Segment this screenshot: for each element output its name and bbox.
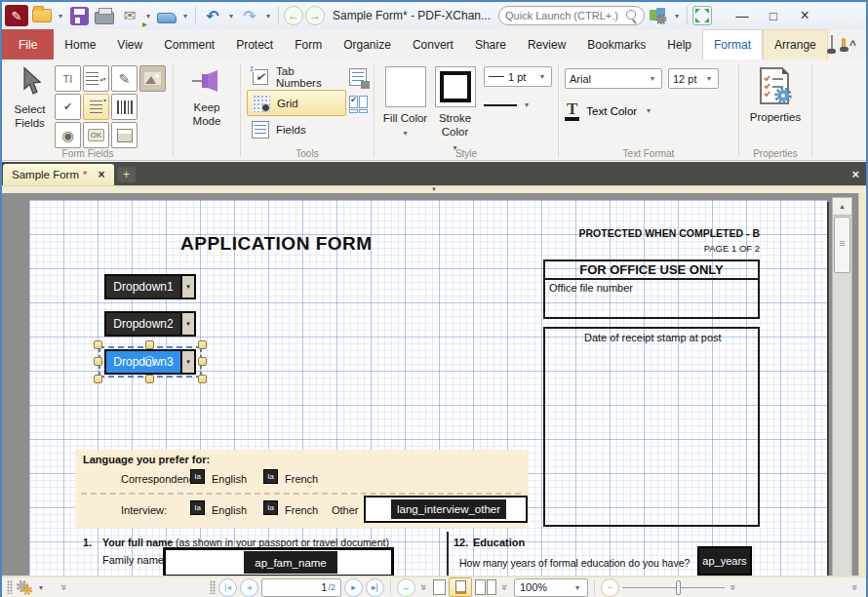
calculation-order-button[interactable] xyxy=(348,67,368,87)
tab-bookmarks[interactable]: Bookmarks xyxy=(576,29,656,60)
tab-file[interactable]: File xyxy=(2,29,54,60)
open-caret[interactable]: ▾ xyxy=(56,12,65,20)
zoom-chevrons[interactable]: » xyxy=(728,581,739,593)
save-button[interactable] xyxy=(67,4,91,27)
document-tab-sample-form[interactable]: Sample Form * × xyxy=(3,164,114,185)
previous-view-button[interactable]: ← xyxy=(397,578,415,597)
line-width-combo[interactable]: 1 pt ▾ xyxy=(484,66,552,87)
tab-organize[interactable]: Organize xyxy=(333,29,402,60)
minimize-button[interactable]: — xyxy=(728,5,757,26)
dropdown2-field[interactable]: Dropdown2 ▾ xyxy=(104,311,196,337)
zoom-out-button[interactable]: − xyxy=(601,578,619,597)
barcode-field-tool[interactable] xyxy=(111,94,138,120)
dropdown-field-tool-active[interactable]: ▾ xyxy=(83,94,109,120)
find-in-document-button[interactable] xyxy=(830,34,837,54)
date-field-tool[interactable] xyxy=(111,122,138,148)
tab-arrange[interactable]: Arrange xyxy=(763,29,828,60)
collapsed-pane-strip[interactable] xyxy=(858,193,866,577)
resize-handle-n[interactable] xyxy=(145,340,154,349)
keep-mode-button[interactable]: Keep Mode xyxy=(179,63,234,129)
scrollbar-thumb[interactable] xyxy=(834,217,850,273)
stroke-color-button[interactable]: Stroke Color▾ xyxy=(430,63,480,153)
new-tab-button[interactable]: + xyxy=(118,167,136,182)
tab-close-icon[interactable]: × xyxy=(99,168,105,181)
list-box-tool[interactable]: ▴▾ xyxy=(83,65,109,92)
tab-protect[interactable]: Protect xyxy=(225,29,284,60)
back-view-button[interactable]: ← xyxy=(284,6,303,25)
resize-handle-w[interactable] xyxy=(94,357,102,366)
dropdown1-field[interactable]: Dropdown1 ▾ xyxy=(104,274,196,299)
select-fields-button[interactable]: Select Fields xyxy=(9,63,51,131)
correspondence-english-checkbox[interactable]: Ia xyxy=(190,469,205,484)
expand-panel-chevrons[interactable]: » xyxy=(59,581,70,593)
maximize-button[interactable]: □ xyxy=(759,5,788,26)
undo-button[interactable]: ↶ xyxy=(201,4,224,27)
dropdown3-selection[interactable]: Dropdown3 ▾ xyxy=(96,342,205,381)
close-document-button[interactable]: × xyxy=(851,167,859,181)
last-page-button[interactable]: ▸| xyxy=(366,578,384,597)
layout-chevrons[interactable]: » xyxy=(499,581,511,593)
tab-view[interactable]: View xyxy=(106,29,153,60)
fill-color-button[interactable]: Fill Color▾ xyxy=(380,63,430,139)
resize-handle-sw[interactable] xyxy=(94,375,102,383)
view-history-chevrons[interactable]: » xyxy=(418,581,430,593)
undo-caret[interactable]: ▾ xyxy=(226,12,236,20)
tab-format[interactable]: Format xyxy=(702,29,763,60)
interview-french-checkbox[interactable]: Ia xyxy=(263,500,278,515)
text-field-tool[interactable]: TI xyxy=(55,65,81,92)
select-all-fields-button[interactable]: ✔ xyxy=(348,95,368,114)
page-number-input[interactable] xyxy=(297,581,327,593)
two-page-layout-button[interactable] xyxy=(475,579,496,595)
fit-page-layout-button-active[interactable] xyxy=(449,577,472,597)
next-page-button[interactable]: ▸ xyxy=(344,578,363,597)
zoom-slider[interactable] xyxy=(622,578,725,597)
tab-numbers-button[interactable]: ✔1 Tab Numbers xyxy=(247,63,346,90)
collapse-ribbon-button[interactable]: ^ xyxy=(849,38,856,52)
scroll-up-button[interactable]: ▲ xyxy=(833,198,851,216)
tab-review[interactable]: Review xyxy=(517,29,576,60)
pane-splitter[interactable]: ▼ xyxy=(2,185,866,193)
statusbar-more-chevrons[interactable]: » xyxy=(849,581,861,593)
print-button[interactable] xyxy=(93,4,116,27)
resize-handle-ne[interactable] xyxy=(198,340,207,349)
tab-help[interactable]: Help xyxy=(656,29,702,60)
image-field-tool[interactable] xyxy=(139,65,166,92)
quick-launch-box[interactable] xyxy=(498,6,645,25)
redo-button[interactable]: ↷ xyxy=(238,4,261,27)
family-name-field[interactable]: ap_fam_name xyxy=(163,547,394,577)
correspondence-french-checkbox[interactable]: Ia xyxy=(263,469,278,484)
page-number-box[interactable]: /2 xyxy=(261,578,341,597)
push-button-tool[interactable]: OK xyxy=(83,122,109,148)
line-style-dropdown[interactable]: ▾ xyxy=(484,100,552,109)
zoom-slider-thumb[interactable] xyxy=(676,580,681,595)
ui-options-button[interactable] xyxy=(647,4,670,27)
zoom-level-combo[interactable]: 100% ▾ xyxy=(514,578,588,597)
fields-button[interactable]: Fields xyxy=(247,116,346,142)
first-page-button[interactable]: |◂ xyxy=(218,578,237,597)
redo-caret[interactable]: ▾ xyxy=(263,12,273,20)
close-button[interactable]: × xyxy=(790,5,819,26)
tab-home[interactable]: Home xyxy=(54,29,106,60)
scan-button[interactable] xyxy=(155,4,178,27)
ui-options-caret[interactable]: ▾ xyxy=(672,12,682,20)
grid-button-active[interactable]: Grid xyxy=(247,90,346,116)
dropdown3-arrow-icon[interactable]: ▾ xyxy=(180,351,194,373)
text-color-button[interactable]: T Text Color ▾ xyxy=(565,100,719,121)
dropdown2-arrow-icon[interactable]: ▾ xyxy=(180,313,194,335)
resize-handle-e[interactable] xyxy=(198,357,207,366)
tab-form[interactable]: Form xyxy=(284,29,333,60)
previous-page-button[interactable]: ◂ xyxy=(240,578,258,597)
dropdown1-arrow-icon[interactable]: ▾ xyxy=(180,276,194,298)
fullscreen-button[interactable] xyxy=(692,6,712,25)
open-button[interactable] xyxy=(30,4,54,27)
tab-share[interactable]: Share xyxy=(464,29,517,60)
education-years-field[interactable]: ap_years xyxy=(697,546,752,576)
interview-english-checkbox[interactable]: Ia xyxy=(190,500,205,515)
email-button[interactable]: ✉▸ xyxy=(118,4,141,27)
options-gears-icon[interactable] xyxy=(16,579,33,596)
resize-handle-s[interactable] xyxy=(145,375,154,383)
other-language-field[interactable]: lang_interview_other xyxy=(364,496,528,523)
options-caret[interactable]: ▾ xyxy=(36,583,46,592)
quick-launch-input[interactable] xyxy=(505,10,623,21)
radio-button-tool[interactable]: ◉ xyxy=(55,122,81,148)
